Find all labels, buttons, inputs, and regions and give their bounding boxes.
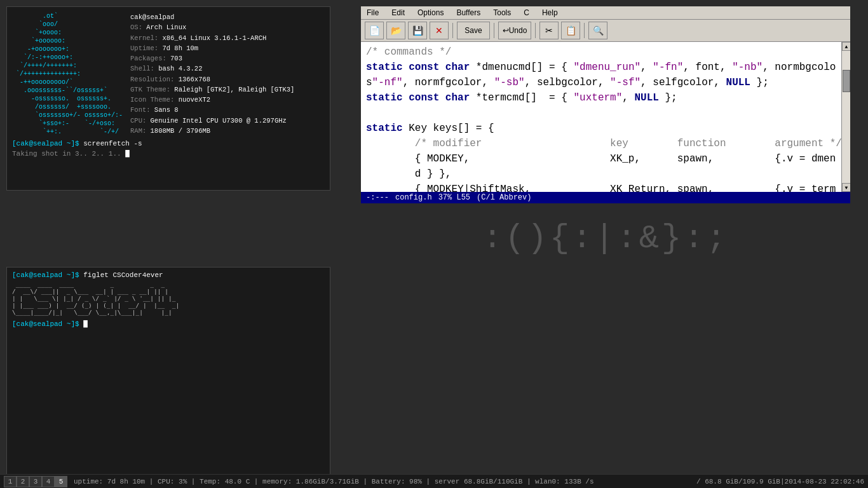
code-line-6: static Key keys[] = { xyxy=(366,121,836,136)
status-right: / 68.8 GiB/109.9 GiB|2014-08-23 22:02:46 xyxy=(696,478,864,485)
figlet-output: ____ ____ ____ _ _ _ / __\/ ___|| _ \___… xyxy=(12,281,325,316)
code-line-3: s"-nf", normfgcolor, "-sb", selbgcolor, … xyxy=(366,75,836,90)
menu-edit[interactable]: Edit xyxy=(390,8,407,18)
emacs-position: 37% L55 xyxy=(438,193,470,202)
toolbar-sep-1 xyxy=(452,23,453,38)
workspace-tabs: 1 2 3 4 5 xyxy=(4,476,67,487)
toolbar-sep-2 xyxy=(494,23,494,38)
screenshot-prompt: [cak@sealpad ~]$ screenfetch -s xyxy=(12,140,325,147)
menu-tools[interactable]: Tools xyxy=(491,8,513,18)
workspace-5[interactable]: 5 xyxy=(55,476,67,487)
emacs-filename: config.h xyxy=(395,193,432,202)
menu-help[interactable]: Help xyxy=(540,8,560,18)
save-disk-button[interactable]: 💾 xyxy=(408,22,427,39)
copy-button[interactable]: 📋 xyxy=(561,22,580,39)
scroll-up-button[interactable]: ▲ xyxy=(842,42,850,51)
cut-button[interactable]: ✂ xyxy=(539,22,559,39)
code-line-7: /* modifier key function argument */ xyxy=(366,136,836,151)
scroll-thumb[interactable] xyxy=(843,70,850,92)
emacs-code-area[interactable]: /* commands */ static const char *dmenuc… xyxy=(361,42,841,192)
status-stats: uptime: 7d 8h 10m | CPU: 3% | Temp: 48.0… xyxy=(74,478,594,485)
emacs-body: /* commands */ static const char *dmenuc… xyxy=(361,42,850,192)
emacs-statusbar: -:--- config.h 37% L55 (C/l Abbrev) xyxy=(361,192,850,203)
workspace-3[interactable]: 3 xyxy=(29,476,42,487)
code-line-8: { MODKEY, XK_p, spawn, {.v = dmenucm▶ xyxy=(366,151,836,166)
new-file-button[interactable]: 📄 xyxy=(365,22,384,39)
code-line-9: d } }, xyxy=(366,166,836,182)
undo-button[interactable]: ↩ Undo xyxy=(498,22,531,39)
menu-buffers[interactable]: Buffers xyxy=(454,8,482,18)
emacs-toolbar: 📄 📂 💾 ✕ Save ↩ Undo ✂ 📋 🔍 xyxy=(361,20,850,42)
code-line-5 xyxy=(366,105,836,121)
ascii-art: .ot` `ooo/ `+oooo: `+oooooo: -+ooooooo+:… xyxy=(12,12,123,136)
code-line-2: static const char *dmenucmd[] = { "dmenu… xyxy=(366,60,836,75)
screenshot-countdown: Taking shot in 3.. 2.. 1.. █ xyxy=(12,150,325,158)
search-button[interactable]: 🔍 xyxy=(588,22,607,39)
figlet-prompt: [cak@sealpad ~]$ figlet CSCoder4ever xyxy=(12,271,325,279)
emacs-scrollbar[interactable]: ▲ ▼ xyxy=(841,42,850,192)
emacs-menubar: File Edit Options Buffers Tools C Help xyxy=(361,6,850,20)
sysinfo-panel: cak@sealpad OS: Arch Linux Kernel: x86_6… xyxy=(130,12,294,136)
status-left: 1 2 3 4 5 uptime: 7d 8h 10m | CPU: 3% | … xyxy=(4,476,594,487)
terminal-bottom[interactable]: [cak@sealpad ~]$ figlet CSCoder4ever ___… xyxy=(6,267,330,480)
terminal-top[interactable]: .ot` `ooo/ `+oooo: `+oooooo: -+ooooooo+:… xyxy=(6,6,330,191)
bottom-prompt: [cak@sealpad ~]$ █ xyxy=(12,320,325,328)
code-line-1: /* commands */ xyxy=(366,44,836,60)
menu-c[interactable]: C xyxy=(522,8,531,18)
toolbar-sep-4 xyxy=(584,23,585,38)
open-file-button[interactable]: 📂 xyxy=(386,22,405,39)
fork-bomb-text: :(){:|:&}:; xyxy=(482,220,728,257)
code-line-10: { MODKEY|ShiftMask, XK_Return, spawn, {.… xyxy=(366,182,836,192)
scroll-down-button[interactable]: ▼ xyxy=(842,183,850,192)
emacs-editor[interactable]: File Edit Options Buffers Tools C Help 📄… xyxy=(361,6,850,203)
workspace-4[interactable]: 4 xyxy=(42,476,55,487)
close-buffer-button[interactable]: ✕ xyxy=(430,22,449,39)
menu-file[interactable]: File xyxy=(365,8,381,18)
save-button[interactable]: Save xyxy=(457,22,490,39)
toolbar-sep-3 xyxy=(535,23,536,38)
emacs-mode2: (C/l Abbrev) xyxy=(477,193,531,202)
workspace-2[interactable]: 2 xyxy=(17,476,29,487)
center-display: :(){:|:&}:; xyxy=(361,216,850,261)
menu-options[interactable]: Options xyxy=(416,8,445,18)
code-line-4: static const char *termcmd[] = { "uxterm… xyxy=(366,90,836,105)
workspace-1[interactable]: 1 xyxy=(4,476,17,487)
statusbar: 1 2 3 4 5 uptime: 7d 8h 10m | CPU: 3% | … xyxy=(0,474,868,488)
emacs-mode: -:--- xyxy=(366,193,389,202)
